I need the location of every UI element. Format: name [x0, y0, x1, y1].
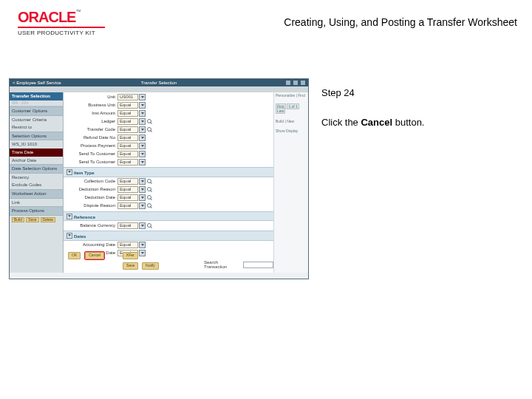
- field-value[interactable]: Equal: [117, 118, 138, 125]
- field-value[interactable]: Equal: [117, 202, 138, 209]
- sidebar-item-anchor-date[interactable]: Anchor Date: [10, 157, 63, 165]
- field-value[interactable]: Equal: [117, 102, 138, 109]
- brand-logo: ORACLE™ USER PRODUCTIVITY KIT: [18, 9, 105, 36]
- sidebar-action-buttons: Build Save Delete: [10, 216, 63, 225]
- field-label: Dispute Reason: [64, 203, 117, 208]
- page-notify-button[interactable]: Notify: [142, 262, 159, 270]
- status-text: Build | New: [276, 120, 307, 124]
- dropdown-icon[interactable]: [139, 242, 146, 248]
- form-row: Refund Date NoEqual: [64, 134, 273, 141]
- field-value[interactable]: Equal: [117, 242, 138, 248]
- notifications-icon[interactable]: [301, 81, 305, 85]
- sidebar-item-exclude-codes[interactable]: Exclude Codes: [10, 181, 63, 189]
- field-label: Deduction Date: [64, 195, 117, 200]
- dropdown-icon[interactable]: [139, 222, 146, 229]
- form-row: Process PaymentEqual: [64, 142, 273, 149]
- form-row: Collection CodeEqual: [64, 178, 273, 185]
- field-value[interactable]: Equal: [117, 178, 138, 185]
- chevron-down-icon: [66, 169, 72, 175]
- sidebar-delete-button[interactable]: Delete: [41, 217, 55, 223]
- form-row: Inst AmountEqual: [64, 109, 273, 117]
- field-value[interactable]: Equal: [117, 186, 138, 193]
- sidebar-section-process-options[interactable]: Process Options: [10, 206, 63, 216]
- xfer-button[interactable]: XFer: [123, 252, 138, 259]
- chevron-down-icon: [66, 233, 72, 239]
- dropdown-icon[interactable]: [139, 118, 146, 125]
- field-value[interactable]: Equal: [117, 222, 138, 229]
- lookup-icon[interactable]: [147, 223, 152, 228]
- nav-last[interactable]: Last: [276, 108, 285, 114]
- page-save-button[interactable]: Save: [123, 262, 138, 270]
- sidebar-section-customer-options[interactable]: Customer Options: [10, 106, 63, 116]
- search-transaction-input[interactable]: [243, 262, 273, 268]
- field-value[interactable]: Equal: [117, 194, 138, 201]
- form-row: Balance CurrencyEqual: [64, 222, 273, 229]
- brand-underline: [18, 27, 105, 28]
- sidebar-section-date-selection[interactable]: Date Selection Options: [10, 164, 63, 174]
- lookup-icon[interactable]: [147, 195, 152, 200]
- dropdown-icon[interactable]: [139, 202, 146, 209]
- ok-button[interactable]: OK: [68, 252, 81, 259]
- form-row: Transfer CodeEqual: [64, 126, 273, 133]
- section-item-type[interactable]: Item Type: [64, 167, 273, 177]
- field-value[interactable]: Equal: [117, 151, 138, 157]
- sidebar-item-trans-date[interactable]: Trans Date: [10, 149, 63, 157]
- lookup-icon[interactable]: [147, 187, 152, 192]
- chevron-down-icon: [66, 214, 72, 219]
- form-row: Send To CustomerEqual: [64, 158, 273, 166]
- step-text-suffix: button.: [392, 117, 424, 128]
- sidebar-section-worksheet-action[interactable]: Worksheet Action: [10, 189, 63, 199]
- form-row: LedgerEqual: [64, 117, 273, 125]
- form-row: Dispute ReasonEqual: [64, 202, 273, 210]
- field-value[interactable]: Equal: [117, 159, 138, 166]
- app-subheader-bar: [10, 86, 308, 92]
- form-row: Accounting DateEqual: [64, 242, 273, 249]
- section-dates[interactable]: Dates: [64, 231, 273, 241]
- dropdown-icon[interactable]: [139, 194, 146, 201]
- sidebar-item-restrict-to[interactable]: Restrict to: [10, 123, 63, 132]
- field-value[interactable]: Equal: [117, 143, 138, 149]
- field-value[interactable]: US001: [117, 94, 138, 100]
- personalize-find-link[interactable]: Personalize | Find: [276, 94, 307, 98]
- sidebar-item-customer-criteria[interactable]: Customer Criteria: [10, 116, 63, 124]
- sidebar-subtitle: 999 - 10%: [10, 100, 63, 107]
- home-icon[interactable]: [286, 81, 290, 85]
- dropdown-icon[interactable]: [139, 102, 146, 109]
- form-action-row: OK Cancel XFer: [68, 252, 140, 259]
- sidebar-section-selection-options[interactable]: Selection Options: [10, 132, 63, 141]
- dropdown-icon[interactable]: [139, 159, 146, 166]
- sidebar-title: Transfer Selection: [10, 92, 63, 100]
- display-link[interactable]: Show Display: [276, 129, 307, 134]
- field-label: Transfer Code: [64, 127, 117, 132]
- lookup-icon[interactable]: [147, 179, 152, 184]
- section-reference[interactable]: Reference: [64, 211, 273, 222]
- dropdown-icon[interactable]: [139, 186, 146, 193]
- sidebar-build-button[interactable]: Build: [12, 217, 24, 223]
- cancel-button[interactable]: Cancel: [85, 252, 104, 259]
- lookup-icon[interactable]: [147, 203, 152, 208]
- dropdown-icon[interactable]: [139, 126, 146, 133]
- field-value[interactable]: Equal: [117, 134, 138, 141]
- embedded-app-screenshot: < Employee Self Service Transfer Selecti…: [9, 78, 309, 279]
- lookup-icon[interactable]: [147, 119, 152, 124]
- nav-count: 1 of 1: [287, 103, 299, 109]
- dropdown-icon[interactable]: [139, 134, 146, 141]
- back-link[interactable]: < Employee Self Service: [13, 81, 61, 86]
- dropdown-icon[interactable]: [139, 143, 146, 149]
- search-transaction-field: Search Transaction: [204, 260, 273, 270]
- sidebar-item-link[interactable]: Link: [10, 199, 63, 207]
- sidebar-save-button[interactable]: Save: [26, 217, 38, 223]
- field-value[interactable]: Equal: [117, 110, 138, 117]
- lookup-icon[interactable]: [147, 127, 152, 132]
- step-instruction-text: Click the Cancel button.: [321, 117, 424, 128]
- sidebar: Transfer Selection 999 - 10% Customer Op…: [10, 92, 64, 273]
- dropdown-icon[interactable]: [139, 94, 146, 100]
- menu-icon[interactable]: [293, 81, 298, 85]
- field-value[interactable]: Equal: [117, 126, 138, 133]
- field-label: Refund Date No: [64, 135, 117, 140]
- dropdown-icon[interactable]: [139, 110, 146, 117]
- sidebar-item-recency[interactable]: Recency: [10, 174, 63, 182]
- field-label: Balance Currency: [64, 223, 117, 228]
- dropdown-icon[interactable]: [139, 151, 146, 157]
- dropdown-icon[interactable]: [139, 178, 146, 185]
